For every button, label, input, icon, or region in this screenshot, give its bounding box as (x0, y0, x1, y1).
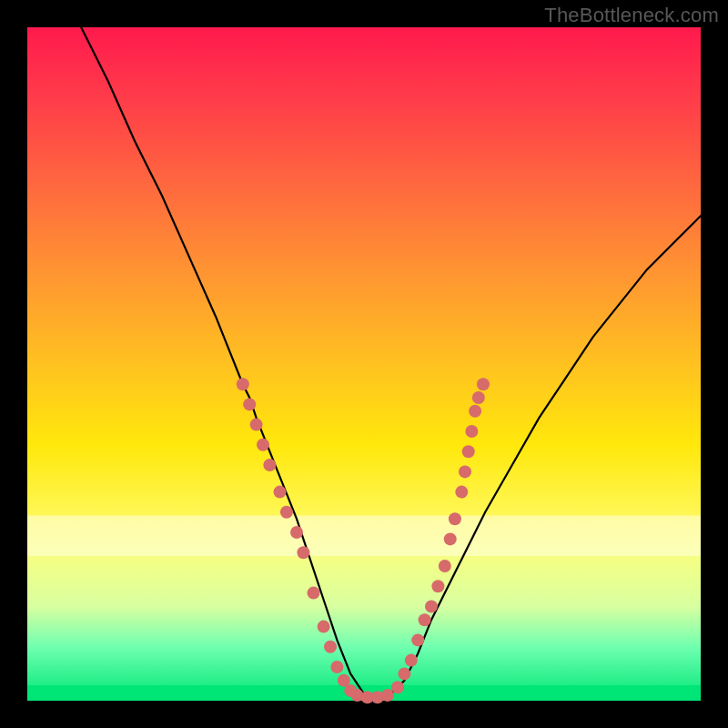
curve-marker (462, 445, 475, 458)
plot-area (27, 27, 701, 701)
curve-svg (27, 27, 701, 701)
curve-marker (455, 486, 468, 499)
curve-marker (459, 465, 471, 478)
curve-marker (431, 580, 444, 592)
curve-marker (449, 512, 461, 525)
curve-marker (297, 546, 309, 559)
curve-marker (263, 459, 276, 471)
curve-marker (405, 654, 418, 667)
curve-marker (477, 378, 490, 390)
curve-marker (280, 506, 293, 519)
curve-marker (425, 600, 438, 612)
curve-marker (237, 378, 249, 390)
curve-marker (290, 526, 303, 539)
curve-marker (444, 532, 457, 545)
bottleneck-curve (81, 27, 701, 697)
curve-marker (419, 613, 431, 626)
curve-marker (391, 681, 404, 693)
curve-marker (472, 391, 485, 404)
curve-marker (469, 405, 481, 418)
curve-marker (274, 486, 287, 499)
bands-group (27, 516, 701, 702)
curve-marker (398, 667, 410, 680)
curve-marker (324, 641, 337, 653)
curve-marker (411, 633, 424, 646)
curve-marker (308, 587, 320, 600)
curve-marker (318, 621, 330, 633)
chart-frame: TheBottleneck.com (0, 0, 728, 728)
watermark-text: TheBottleneck.com (544, 4, 719, 27)
curve-marker (381, 689, 394, 702)
curve-marker (439, 560, 451, 572)
curve-marker (330, 661, 343, 673)
curve-marker (257, 439, 269, 451)
pale-band (27, 516, 701, 556)
curve-marker (465, 425, 478, 438)
curve-marker (250, 419, 263, 431)
curve-marker (243, 398, 256, 410)
